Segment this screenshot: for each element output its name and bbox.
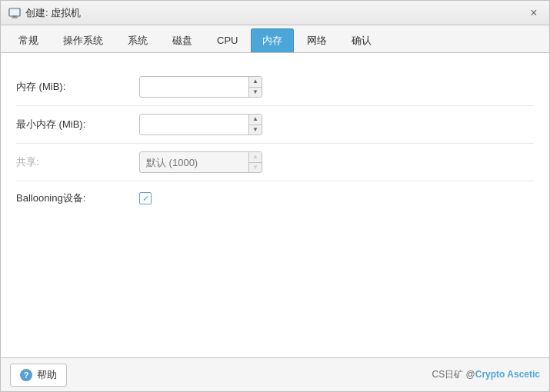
ballooning-row: Ballooning设备: ✓ (16, 181, 534, 215)
title-bar: 创建: 虚拟机 × (1, 1, 549, 25)
min-memory-increment-button[interactable]: ▲ (249, 115, 262, 125)
svg-rect-0 (9, 8, 20, 16)
memory-input[interactable]: 2048 (140, 78, 248, 96)
shares-spinner-buttons: ▲ ▼ (248, 152, 262, 172)
footer-info: CS日矿 @Crypto Ascetic (432, 368, 540, 381)
memory-row: 内存 (MiB): 2048 ▲ ▼ (16, 68, 534, 106)
help-button[interactable]: ? 帮助 (10, 364, 67, 387)
close-button[interactable]: × (526, 5, 542, 21)
min-memory-input[interactable]: 2048 (140, 116, 248, 134)
tab-disk[interactable]: 磁盘 (161, 28, 204, 52)
tab-os[interactable]: 操作系统 (52, 28, 115, 52)
title-bar-left: 创建: 虚拟机 (8, 6, 81, 20)
memory-increment-button[interactable]: ▲ (249, 77, 262, 88)
form-content: 内存 (MiB): 2048 ▲ ▼ 最小内存 (MiB): 2048 ▲ ▼ (1, 53, 549, 357)
main-window: 创建: 虚拟机 × 常规 操作系统 系统 磁盘 CPU 内存 网络 确认 内存 … (0, 0, 550, 392)
ballooning-label: Ballooning设备: (16, 191, 139, 205)
memory-label: 内存 (MiB): (16, 80, 139, 94)
footer: ? 帮助 CS日矿 @Crypto Ascetic (1, 357, 549, 391)
ballooning-checkbox[interactable]: ✓ (139, 192, 152, 204)
memory-spinner: 2048 ▲ ▼ (139, 76, 262, 98)
min-memory-spinner-buttons: ▲ ▼ (248, 115, 262, 135)
tab-confirm[interactable]: 确认 (340, 28, 383, 52)
min-memory-decrement-button[interactable]: ▼ (249, 125, 262, 135)
tab-cpu[interactable]: CPU (205, 28, 249, 52)
shares-row: 共享: ▲ ▼ (16, 144, 534, 181)
window-title: 创建: 虚拟机 (25, 6, 81, 20)
help-label: 帮助 (37, 368, 57, 382)
memory-spinner-buttons: ▲ ▼ (248, 77, 262, 97)
checkbox-check-icon: ✓ (142, 194, 149, 203)
tab-general[interactable]: 常规 (7, 28, 50, 52)
help-icon: ? (20, 369, 32, 381)
footer-info-text: CS日矿 @Crypto Ascetic (432, 369, 540, 380)
shares-spinner: ▲ ▼ (139, 151, 262, 173)
min-memory-row: 最小内存 (MiB): 2048 ▲ ▼ (16, 106, 534, 144)
tab-memory[interactable]: 内存 (251, 28, 294, 52)
min-memory-spinner: 2048 ▲ ▼ (139, 114, 262, 135)
memory-decrement-button[interactable]: ▼ (249, 88, 262, 98)
shares-label: 共享: (16, 155, 139, 169)
shares-increment-button: ▲ (249, 152, 262, 163)
min-memory-label: 最小内存 (MiB): (16, 118, 139, 131)
tab-bar: 常规 操作系统 系统 磁盘 CPU 内存 网络 确认 (1, 25, 549, 53)
tab-system[interactable]: 系统 (116, 28, 159, 52)
shares-decrement-button: ▼ (249, 163, 262, 173)
vm-icon (8, 7, 21, 19)
footer-highlight: Crypto Ascetic (475, 369, 540, 380)
ballooning-checkbox-container: ✓ (139, 192, 152, 204)
tab-network[interactable]: 网络 (295, 28, 338, 52)
shares-input[interactable] (140, 154, 248, 171)
